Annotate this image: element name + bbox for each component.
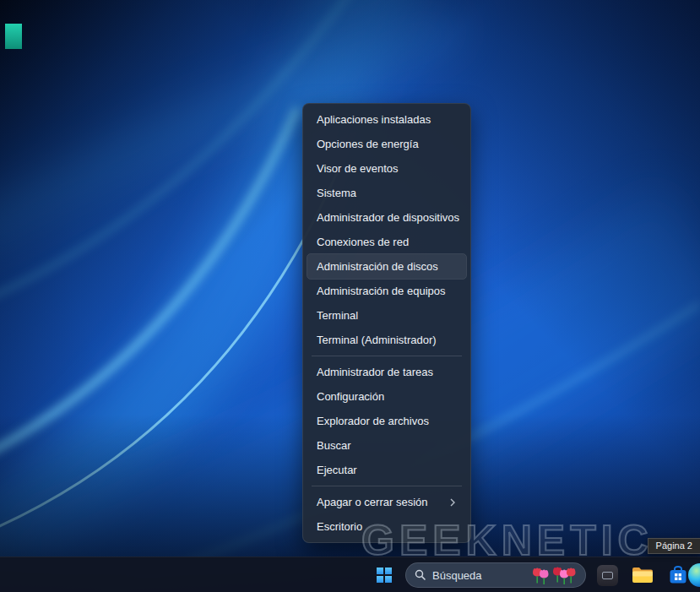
menu-item-installed-apps[interactable]: Aplicaciones instaladas xyxy=(307,107,466,132)
menu-separator xyxy=(312,356,462,356)
menu-item-label: Administrador de tareas xyxy=(317,366,433,378)
menu-item-terminal-admin[interactable]: Terminal (Administrador) xyxy=(307,328,466,352)
menu-item-network-connections[interactable]: Conexiones de red xyxy=(307,230,466,254)
desktop: Aplicaciones instaladas Opciones de ener… xyxy=(0,0,700,592)
menu-item-label: Explorador de archivos xyxy=(317,415,429,427)
menu-item-shutdown-signout[interactable]: Apagar o cerrar sesión xyxy=(307,490,466,514)
menu-item-label: Sistema xyxy=(317,187,356,199)
menu-item-device-manager[interactable]: Administrador de dispositivos xyxy=(307,205,466,230)
menu-item-task-manager[interactable]: Administrador de tareas xyxy=(307,360,466,384)
chevron-right-icon xyxy=(448,498,457,507)
generic-dark-app-icon xyxy=(597,565,618,586)
taskbar-content: Búsqueda xyxy=(370,557,692,592)
search-placeholder: Búsqueda xyxy=(432,569,527,582)
menu-item-desktop[interactable]: Escritorio xyxy=(307,514,466,539)
menu-item-file-explorer[interactable]: Explorador de archivos xyxy=(307,409,466,433)
menu-item-label: Conexiones de red xyxy=(317,236,409,248)
menu-item-power-options[interactable]: Opciones de energía xyxy=(307,132,466,156)
winx-context-menu: Aplicaciones instaladas Opciones de ener… xyxy=(302,103,471,543)
menu-item-label: Opciones de energía xyxy=(317,138,419,150)
taskbar-app-generic[interactable] xyxy=(593,561,621,589)
page-tooltip: Página 2 xyxy=(648,538,700,554)
menu-item-label: Administración de equipos xyxy=(317,285,445,297)
menu-item-label: Aplicaciones instaladas xyxy=(317,113,431,126)
menu-item-label: Apagar o cerrar sesión xyxy=(317,496,428,508)
taskbar-search-button[interactable]: Búsqueda xyxy=(405,562,586,588)
file-explorer-folder-icon xyxy=(632,566,654,584)
menu-item-label: Terminal (Administrador) xyxy=(317,334,437,346)
corner-accent xyxy=(5,24,22,49)
menu-item-run[interactable]: Ejecutar xyxy=(307,458,466,482)
menu-separator xyxy=(312,486,462,486)
menu-item-label: Administrador de dispositivos xyxy=(317,211,459,224)
menu-item-search[interactable]: Buscar xyxy=(307,433,466,458)
start-button[interactable] xyxy=(370,561,399,589)
menu-item-label: Visor de eventos xyxy=(317,162,399,175)
menu-item-label: Ejecutar xyxy=(317,464,357,476)
microsoft-store-bag-icon xyxy=(668,565,688,585)
taskbar-app-file-explorer[interactable] xyxy=(628,561,657,589)
menu-item-disk-management[interactable]: Administración de discos xyxy=(307,254,466,279)
menu-item-label: Terminal xyxy=(317,309,358,322)
menu-item-settings[interactable]: Configuración xyxy=(307,384,466,409)
menu-item-terminal[interactable]: Terminal xyxy=(307,303,466,328)
tulips-search-highlight-icon[interactable] xyxy=(533,566,577,584)
windows-logo-icon xyxy=(377,568,392,583)
menu-item-system[interactable]: Sistema xyxy=(307,181,466,205)
menu-item-computer-management[interactable]: Administración de equipos xyxy=(307,279,466,303)
menu-item-label: Escritorio xyxy=(317,520,362,533)
search-icon xyxy=(415,569,426,581)
menu-item-label: Administración de discos xyxy=(317,260,438,273)
taskbar: Búsqueda xyxy=(0,557,700,592)
menu-item-label: Buscar xyxy=(317,439,350,452)
menu-item-label: Configuración xyxy=(317,390,384,403)
menu-item-event-viewer[interactable]: Visor de eventos xyxy=(307,156,466,181)
